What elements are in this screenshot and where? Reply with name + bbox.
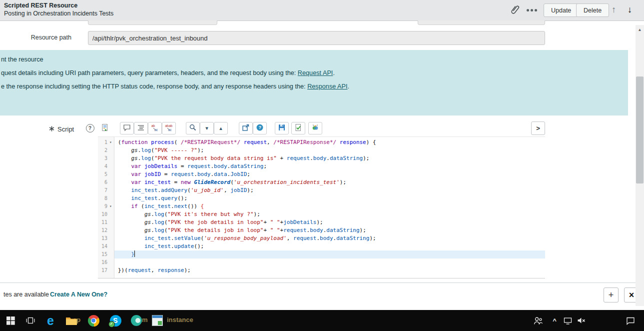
code-scan-button[interactable] bbox=[308, 122, 322, 134]
find-previous-button[interactable]: ▴ bbox=[214, 122, 228, 134]
code-line[interactable]: 16 bbox=[98, 258, 545, 266]
code-line[interactable]: 6 var inc_test = new GlideRecord('u_orch… bbox=[98, 178, 545, 186]
app-icon-window[interactable] bbox=[151, 314, 164, 327]
people-icon[interactable] bbox=[532, 314, 545, 327]
code-line[interactable]: 11 gs.log("PVK the job details in loop"+… bbox=[98, 218, 545, 226]
code-line-content[interactable]: gs.log("PVK the job details in loop"+ " … bbox=[114, 218, 545, 226]
text-cursor bbox=[134, 250, 135, 257]
response-api-link[interactable]: Response API bbox=[307, 83, 347, 90]
code-line[interactable]: 17})(request, response); bbox=[98, 266, 545, 274]
code-line[interactable]: 8 inc_test.query(); bbox=[98, 194, 545, 202]
edge-icon[interactable]: e bbox=[44, 314, 57, 327]
update-button[interactable]: Update bbox=[544, 4, 579, 17]
code-line-content[interactable]: inc_test.addQuery('u_job_id', jobID); bbox=[114, 186, 545, 194]
open-in-new-window-button[interactable] bbox=[239, 122, 253, 134]
code-line[interactable]: 15 } bbox=[98, 250, 545, 258]
code-line-content[interactable]: var jobID = request.body.data.JobID; bbox=[114, 170, 545, 178]
next-record-icon[interactable]: ↓ bbox=[628, 4, 632, 15]
code-line-content[interactable]: } bbox=[114, 250, 545, 258]
code-line[interactable]: 7 inc_test.addQuery('u_job_id', jobID); bbox=[98, 186, 545, 194]
hidden-icons-chevron[interactable]: ^ bbox=[550, 314, 560, 327]
line-number-gutter[interactable]: 5 bbox=[98, 170, 114, 178]
code-line[interactable]: 14 inc_test.update(); bbox=[98, 242, 545, 250]
scrollbar-thumb[interactable] bbox=[636, 76, 644, 184]
code-line[interactable]: 3 gs.log("PVK the request body data stri… bbox=[98, 154, 545, 162]
toggle-comment-button[interactable] bbox=[120, 122, 134, 134]
screen: Scripted REST Resource Posting in Orches… bbox=[0, 0, 644, 331]
line-number-gutter[interactable]: 17 bbox=[98, 266, 114, 274]
fold-icon[interactable]: ▾ bbox=[107, 138, 114, 146]
task-view-icon[interactable] bbox=[24, 314, 37, 327]
replace-button[interactable]: abac bbox=[148, 122, 162, 134]
script-macro-button[interactable] bbox=[98, 122, 112, 134]
create-new-link[interactable]: Create A New One? bbox=[50, 291, 107, 298]
code-line-content[interactable]: inc_test.setValue('u_response_body_paylo… bbox=[114, 234, 545, 242]
volume-muted-icon[interactable] bbox=[575, 314, 588, 327]
code-line-content[interactable]: var jobDetails = request.body.dataString… bbox=[114, 162, 545, 170]
line-number-gutter[interactable]: 7 bbox=[98, 186, 114, 194]
network-icon[interactable] bbox=[562, 314, 575, 327]
code-line-content[interactable]: inc_test.update(); bbox=[114, 242, 545, 250]
code-line-content[interactable]: (function process( /*RESTAPIRequest*/ re… bbox=[114, 138, 545, 146]
request-api-link[interactable]: Request API bbox=[298, 70, 333, 76]
code-line[interactable]: 1▾(function process( /*RESTAPIRequest*/ … bbox=[98, 138, 545, 146]
file-explorer-icon[interactable] bbox=[65, 314, 78, 327]
line-number-gutter[interactable]: 12 bbox=[98, 226, 114, 234]
line-number-gutter[interactable]: 3 bbox=[98, 154, 114, 162]
line-number-gutter[interactable]: 16 bbox=[98, 258, 114, 266]
fold-icon[interactable]: ▾ bbox=[107, 202, 114, 210]
code-line[interactable]: 9▾ if (inc_test.next()) { bbox=[98, 202, 545, 210]
attachment-icon[interactable] bbox=[507, 2, 522, 18]
line-number-gutter[interactable]: 14 bbox=[98, 242, 114, 250]
line-number-gutter[interactable]: 13 bbox=[98, 234, 114, 242]
code-line-content[interactable]: gs.log("PVK ----- ?"); bbox=[114, 146, 545, 154]
script-editor[interactable]: 1▾(function process( /*RESTAPIRequest*/ … bbox=[98, 136, 545, 278]
replace-all-button[interactable]: ababac bbox=[162, 122, 176, 134]
scrollbar-up-icon[interactable]: ▲ bbox=[636, 26, 644, 33]
code-line[interactable]: 13 inc_test.setValue('u_response_body_pa… bbox=[98, 234, 545, 242]
help-button[interactable]: ? bbox=[84, 122, 96, 134]
code-line[interactable]: 5 var jobID = request.body.data.JobID; bbox=[98, 170, 545, 178]
code-line-content[interactable]: inc_test.query(); bbox=[114, 194, 545, 202]
skype-icon[interactable]: S✓ bbox=[109, 314, 122, 327]
line-number-gutter[interactable]: 11 bbox=[98, 218, 114, 226]
syntax-check-button[interactable] bbox=[291, 122, 305, 134]
code-line-content[interactable]: gs.log("PVK the request body data string… bbox=[114, 154, 545, 162]
syntax-check-icon bbox=[294, 124, 302, 133]
line-number-gutter[interactable]: 15 bbox=[98, 250, 114, 258]
line-number-gutter[interactable]: 4 bbox=[98, 162, 114, 170]
save-script-button[interactable] bbox=[275, 122, 289, 134]
line-number-gutter[interactable]: 1▾ bbox=[98, 138, 114, 146]
previous-record-icon[interactable]: ↑ bbox=[612, 4, 616, 15]
code-line-content[interactable] bbox=[114, 258, 545, 266]
line-number-gutter[interactable]: 6 bbox=[98, 178, 114, 186]
code-line[interactable]: 4 var jobDetails = request.body.dataStri… bbox=[98, 162, 545, 170]
code-line[interactable]: 10 gs.log("PVK it's there but why ?"); bbox=[98, 210, 545, 218]
chrome-icon[interactable] bbox=[87, 314, 100, 327]
api-reference-button[interactable]: ? bbox=[253, 122, 267, 134]
code-line-content[interactable]: gs.log("PVK it's there but why ?"); bbox=[114, 210, 545, 218]
line-number-gutter[interactable]: 9▾ bbox=[98, 202, 114, 210]
code-line[interactable]: 12 gs.log("PVK the details job in loop"+… bbox=[98, 226, 545, 234]
code-line-content[interactable]: gs.log("PVK the details job in loop"+ " … bbox=[114, 226, 545, 234]
action-center-icon[interactable] bbox=[624, 314, 637, 327]
code-line-content[interactable]: var inc_test = new GlideRecord('u_orches… bbox=[114, 178, 545, 186]
expand-editor-button[interactable]: > bbox=[531, 122, 545, 135]
search-button[interactable] bbox=[186, 122, 200, 134]
resource-path-input[interactable] bbox=[88, 31, 545, 45]
format-code-button[interactable] bbox=[134, 122, 148, 134]
code-line-content[interactable]: if (inc_test.next()) { bbox=[114, 202, 545, 210]
start-button[interactable] bbox=[4, 314, 17, 327]
line-number-gutter[interactable]: 8 bbox=[98, 194, 114, 202]
add-button[interactable]: + bbox=[604, 288, 619, 302]
line-number-gutter[interactable]: 10 bbox=[98, 210, 114, 218]
find-next-button[interactable]: ▾ bbox=[200, 122, 214, 134]
line-number-gutter[interactable]: 2 bbox=[98, 146, 114, 154]
app-icon-teal[interactable] bbox=[130, 314, 143, 327]
vertical-scrollbar[interactable]: ▲ bbox=[636, 25, 644, 306]
code-line-content[interactable]: })(request, response); bbox=[114, 266, 545, 274]
code-line[interactable]: 2 gs.log("PVK ----- ?"); bbox=[98, 146, 545, 154]
svg-text:ab: ab bbox=[169, 124, 173, 128]
delete-button[interactable]: Delete bbox=[576, 4, 609, 17]
more-options-icon[interactable] bbox=[527, 9, 537, 12]
